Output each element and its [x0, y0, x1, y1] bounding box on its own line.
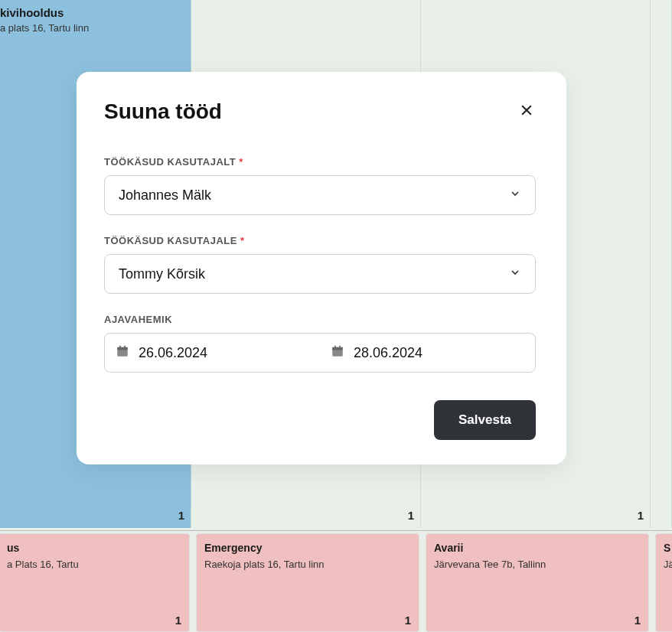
task-badge: 1: [175, 614, 181, 627]
date-from-input[interactable]: 26.06.2024: [105, 344, 320, 361]
task-address: a Plats 16, Tartu: [7, 559, 181, 570]
close-icon: [519, 103, 534, 121]
from-user-select[interactable]: Johannes Mälk: [104, 175, 536, 215]
svg-rect-3: [124, 346, 126, 349]
label-text: AJAVAHEMIK: [104, 314, 172, 325]
bg-task-title: kivihooldus: [0, 6, 184, 19]
date-from-value: 26.06.2024: [139, 345, 207, 361]
to-user-label: TÖÖKÄSUD KASUTAJALE*: [104, 235, 536, 246]
assign-work-modal: Suuna tööd TÖÖKÄSUD KASUTAJALT* Johannes…: [77, 72, 566, 464]
task-title: Emergency: [204, 542, 411, 554]
svg-rect-7: [339, 346, 341, 349]
date-to-input[interactable]: 28.06.2024: [320, 344, 535, 361]
day-number-cell: 1: [421, 509, 651, 528]
date-to-value: 28.06.2024: [354, 345, 422, 361]
label-text: TÖÖKÄSUD KASUTAJALT: [104, 156, 236, 168]
task-address: Jä: [664, 559, 672, 570]
save-button[interactable]: Salvesta: [434, 400, 536, 440]
calendar-column: [651, 0, 672, 528]
from-user-value: Johannes Mälk: [119, 187, 211, 204]
day-number-cell: 1: [191, 509, 421, 528]
day-number-cell: [651, 509, 672, 528]
date-range-label: AJAVAHEMIK: [104, 314, 536, 325]
svg-rect-6: [334, 346, 336, 349]
from-user-label: TÖÖKÄSUD KASUTAJALT*: [104, 156, 536, 168]
chevron-down-icon: [509, 266, 521, 282]
date-range-group: AJAVAHEMIK 26.06.2024 28.06.2024: [104, 314, 536, 373]
task-card[interactable]: S Jä: [655, 533, 672, 632]
modal-title: Suuna tööd: [104, 99, 222, 124]
task-badge: 1: [405, 614, 411, 627]
task-row: us a Plats 16, Tartu 1 Emergency Raekoja…: [0, 530, 672, 632]
task-title: us: [7, 542, 181, 554]
task-address: Järvevana Tee 7b, Tallinn: [434, 559, 641, 570]
to-user-value: Tommy Kõrsik: [119, 266, 205, 282]
date-range-input: 26.06.2024 28.06.2024: [104, 333, 536, 373]
required-indicator: *: [239, 156, 243, 168]
required-indicator: *: [240, 235, 245, 246]
label-text: TÖÖKÄSUD KASUTAJALE: [104, 235, 237, 246]
svg-rect-2: [119, 346, 121, 349]
from-user-group: TÖÖKÄSUD KASUTAJALT* Johannes Mälk: [104, 156, 536, 215]
svg-rect-1: [117, 347, 128, 350]
task-address: Raekoja plats 16, Tartu linn: [204, 559, 411, 570]
day-number-cell: 1: [0, 509, 191, 528]
chevron-down-icon: [509, 187, 521, 203]
bg-task-address: a plats 16, Tartu linn: [0, 22, 184, 34]
task-card[interactable]: us a Plats 16, Tartu 1: [0, 533, 190, 632]
close-button[interactable]: [517, 103, 536, 121]
task-card[interactable]: Emergency Raekoja plats 16, Tartu linn 1: [196, 533, 419, 632]
calendar-icon: [331, 344, 344, 361]
bg-task-card: kivihooldus a plats 16, Tartu linn: [0, 0, 191, 43]
task-title: S: [664, 542, 672, 554]
to-user-select[interactable]: Tommy Kõrsik: [104, 254, 536, 294]
modal-header: Suuna tööd: [104, 99, 536, 124]
task-title: Avarii: [434, 542, 641, 554]
task-badge: 1: [634, 614, 641, 627]
task-card[interactable]: Avarii Järvevana Tee 7b, Tallinn 1: [426, 533, 649, 632]
svg-rect-5: [332, 347, 343, 350]
calendar-icon: [116, 344, 129, 361]
modal-footer: Salvesta: [104, 400, 536, 440]
day-number-row: 1 1 1: [0, 509, 672, 528]
to-user-group: TÖÖKÄSUD KASUTAJALE* Tommy Kõrsik: [104, 235, 536, 294]
